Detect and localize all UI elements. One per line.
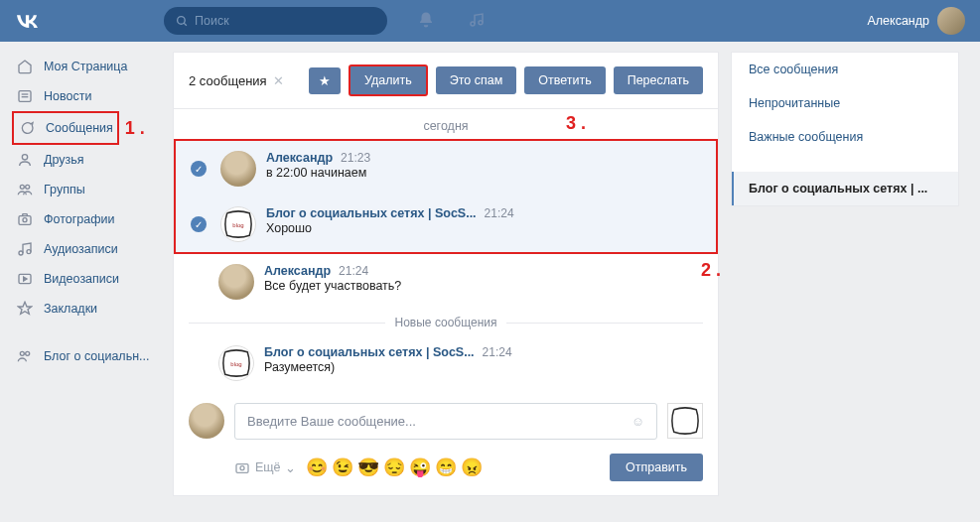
- clear-selection-icon[interactable]: ✕: [273, 73, 284, 88]
- message-text: Все будет участвовать?: [264, 279, 703, 293]
- selected-messages-box: ✓ Александр21:23 в 22:00 начинаем ✓ blog…: [174, 139, 718, 254]
- emoji-row: 😊 😉 😎 😔 😜 😁 😠: [306, 457, 483, 478]
- message-row[interactable]: ✓ Александр21:24 Все будет участвовать?: [174, 254, 718, 310]
- nav-groups[interactable]: Группы: [12, 175, 161, 204]
- delete-button[interactable]: Удалить: [349, 65, 428, 96]
- check-icon[interactable]: ✓: [191, 216, 207, 232]
- svg-line-1: [184, 23, 187, 26]
- compose-toolbar: Ещё ⌄ 😊 😉 😎 😔 😜 😁 😠 Отправить: [174, 446, 718, 495]
- message-time: 21:23: [341, 151, 370, 165]
- notifications-icon[interactable]: [417, 11, 435, 32]
- emoji-icon[interactable]: 😔: [383, 457, 405, 478]
- music-icon[interactable]: [469, 11, 485, 32]
- emoji-icon[interactable]: 😉: [332, 457, 353, 478]
- svg-point-15: [20, 351, 24, 355]
- message-text: в 22:00 начинаем: [266, 166, 701, 180]
- camera-icon: [16, 210, 34, 228]
- message-time: 21:24: [485, 206, 514, 220]
- svg-point-2: [471, 22, 475, 26]
- vk-logo[interactable]: [10, 8, 164, 34]
- header-avatar: [937, 7, 965, 35]
- message-time: 21:24: [339, 264, 368, 278]
- check-icon[interactable]: ✓: [191, 161, 207, 177]
- svg-point-12: [19, 251, 23, 255]
- message-time: 21:24: [483, 345, 512, 359]
- emoji-picker-icon[interactable]: ☺: [631, 414, 644, 429]
- app-header: Александр: [0, 0, 980, 42]
- star-icon: [16, 300, 34, 318]
- svg-text:blog: blog: [232, 222, 243, 228]
- news-icon: [16, 87, 34, 105]
- nav-news[interactable]: Новости: [12, 81, 161, 111]
- search-input[interactable]: [195, 14, 375, 28]
- svg-point-3: [479, 20, 483, 24]
- emoji-icon[interactable]: 😠: [461, 457, 483, 478]
- groups-icon: [16, 181, 34, 198]
- messages-icon: [18, 119, 36, 137]
- svg-point-11: [23, 218, 27, 222]
- message-author[interactable]: Блог о социальных сетях | SocS...: [264, 345, 475, 359]
- svg-point-16: [26, 351, 30, 355]
- selection-toolbar: 2 сообщения ✕ ★ Удалить Это спам Ответит…: [174, 53, 718, 109]
- reply-button[interactable]: Ответить: [524, 66, 605, 94]
- annotation-2: 2 .: [701, 260, 721, 281]
- forward-button[interactable]: Переслать: [614, 66, 703, 94]
- filter-active-chat[interactable]: Блог о социальных сетях | ...: [732, 172, 958, 205]
- svg-point-0: [178, 16, 186, 24]
- selection-count: 2 сообщения ✕: [189, 73, 301, 88]
- svg-rect-10: [19, 216, 31, 225]
- video-icon: [16, 270, 34, 288]
- nav-my-page[interactable]: Моя Страница: [12, 52, 161, 81]
- favorite-button[interactable]: ★: [309, 67, 341, 94]
- svg-point-20: [240, 466, 244, 470]
- avatar[interactable]: blog: [220, 206, 256, 242]
- message-author[interactable]: Александр: [264, 264, 331, 278]
- message-author[interactable]: Блог о социальных сетях | SocS...: [266, 206, 477, 220]
- avatar[interactable]: [220, 151, 256, 187]
- spam-button[interactable]: Это спам: [436, 66, 517, 94]
- message-author[interactable]: Александр: [266, 151, 333, 165]
- message-row[interactable]: ✓ blog Блог о социальных сетях | SocS...…: [176, 196, 716, 252]
- avatar[interactable]: [218, 264, 254, 300]
- annotation-3: 3 .: [566, 113, 586, 134]
- nav-group-blog[interactable]: Блог о социальн...: [12, 341, 161, 371]
- nav-photos[interactable]: Фотографии: [12, 204, 161, 234]
- compose-row: Введите Ваше сообщение... ☺: [174, 391, 718, 446]
- svg-text:blog: blog: [230, 361, 241, 367]
- emoji-icon[interactable]: 😊: [306, 457, 328, 478]
- message-row[interactable]: ✓ blog Блог о социальных сетях | SocS...…: [174, 335, 718, 391]
- my-avatar[interactable]: [189, 403, 224, 439]
- attach-button[interactable]: Ещё ⌄: [233, 459, 296, 475]
- peer-avatar[interactable]: [667, 403, 703, 439]
- svg-point-13: [27, 250, 31, 254]
- send-button[interactable]: Отправить: [610, 454, 703, 481]
- filter-important[interactable]: Важные сообщения: [732, 120, 958, 154]
- message-text: Разумеется): [264, 360, 703, 374]
- nav-video[interactable]: Видеозаписи: [12, 264, 161, 294]
- message-row[interactable]: ✓ Александр21:23 в 22:00 начинаем: [176, 141, 716, 196]
- filter-unread[interactable]: Непрочитанные: [732, 86, 958, 120]
- svg-point-8: [20, 185, 24, 189]
- nav-messages[interactable]: Сообщения: [12, 111, 119, 145]
- avatar[interactable]: blog: [218, 345, 254, 381]
- svg-rect-19: [236, 464, 248, 473]
- header-user[interactable]: Александр: [867, 7, 970, 35]
- compose-input[interactable]: Введите Ваше сообщение... ☺: [234, 403, 657, 440]
- header-search[interactable]: [164, 7, 387, 35]
- emoji-icon[interactable]: 😎: [357, 457, 379, 478]
- emoji-icon[interactable]: 😁: [435, 457, 457, 478]
- filter-all[interactable]: Все сообщения: [732, 53, 958, 86]
- nav-bookmarks[interactable]: Закладки: [12, 294, 161, 324]
- svg-point-9: [26, 185, 30, 189]
- group-item-icon: [16, 347, 34, 365]
- emoji-icon[interactable]: 😜: [409, 457, 431, 478]
- message-text: Хорошо: [266, 221, 701, 235]
- filters-panel: Все сообщения Непрочитанные Важные сообщ…: [731, 52, 959, 206]
- chevron-down-icon: ⌄: [285, 460, 296, 475]
- nav-audio[interactable]: Аудиозаписи: [12, 234, 161, 264]
- sidebar-nav: Моя Страница Новости Сообщения1 . Друзья…: [12, 52, 161, 371]
- nav-friends[interactable]: Друзья: [12, 145, 161, 175]
- date-separator: сегодня: [174, 109, 718, 139]
- header-user-name: Александр: [867, 14, 929, 28]
- audio-icon: [16, 240, 34, 258]
